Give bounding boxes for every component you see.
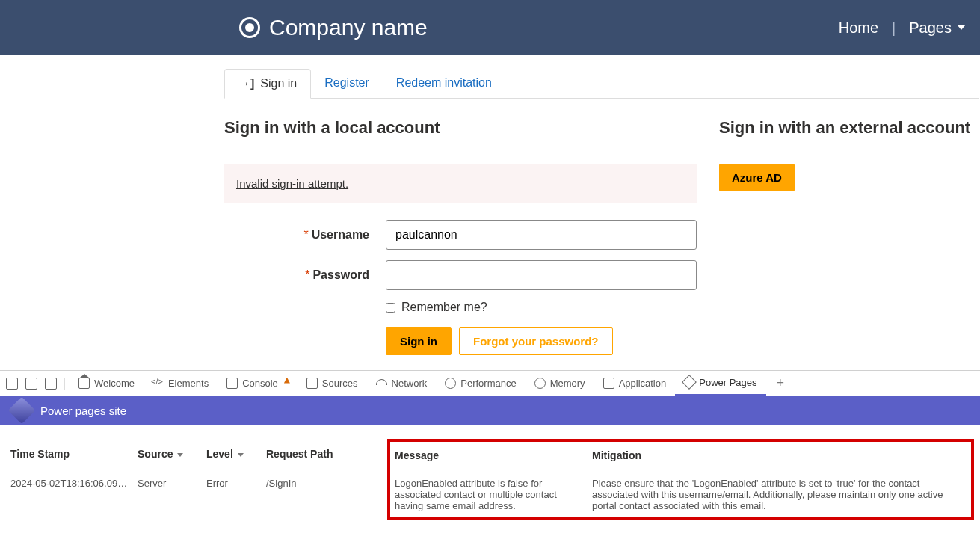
signin-error-alert: Invalid sign-in attempt. — [224, 164, 697, 203]
tab-signin-label: Sign in — [260, 77, 297, 90]
log-cell-mitigation: Please ensure that the 'LogonEnabled' at… — [588, 472, 973, 519]
devtab-welcome[interactable]: Welcome — [70, 371, 144, 396]
external-signin-heading: Sign in with an external account — [719, 118, 979, 138]
memory-icon — [534, 378, 546, 389]
devtab-add[interactable]: + — [771, 375, 791, 391]
auth-tabs: →] Sign in Register Redeem invitation — [224, 69, 979, 99]
devtab-console[interactable]: Console — [218, 371, 298, 396]
sort-caret-icon — [177, 453, 183, 457]
sources-icon — [306, 378, 318, 389]
nav-separator: | — [892, 19, 896, 37]
network-icon — [376, 378, 387, 389]
signin-error-text: Invalid sign-in attempt. — [236, 177, 348, 190]
divider — [719, 150, 979, 150]
devtab-elements[interactable]: Elements — [144, 371, 218, 396]
nav-pages-label: Pages — [909, 19, 952, 37]
forgot-password-button[interactable]: Forgot your password? — [459, 327, 613, 355]
log-cell-timestamp: 2024-05-02T18:16:06.0917... — [6, 472, 133, 519]
log-cell-source: Server — [133, 472, 202, 519]
log-table: Time Stamp Source Level Request Path Mes… — [6, 439, 974, 520]
warn-badge-icon — [284, 378, 290, 384]
log-cell-message: LogonEnabled attribute is false for asso… — [389, 472, 588, 519]
nav-pages[interactable]: Pages — [909, 19, 965, 37]
devtab-performance[interactable]: Performance — [436, 371, 525, 396]
log-col-level[interactable]: Level — [202, 440, 262, 472]
brand-title: Company name — [269, 15, 428, 40]
devtab-powerpages[interactable]: Power Pages — [675, 371, 765, 396]
application-icon — [603, 378, 614, 389]
password-input[interactable] — [386, 260, 697, 290]
remember-checkbox[interactable] — [386, 303, 395, 313]
tab-register[interactable]: Register — [311, 69, 383, 98]
log-col-mitigation[interactable]: Mitigation — [588, 440, 973, 472]
log-col-message[interactable]: Message — [389, 440, 588, 472]
performance-icon — [445, 378, 456, 389]
dock-icon[interactable] — [45, 378, 57, 390]
log-col-source[interactable]: Source — [133, 440, 202, 472]
azure-ad-button[interactable]: Azure AD — [719, 164, 795, 191]
devtab-application[interactable]: Application — [594, 371, 676, 396]
log-panel: Time Stamp Source Level Request Path Mes… — [0, 425, 980, 534]
powerpages-logo-icon — [8, 397, 36, 425]
log-cell-request: /SignIn — [262, 472, 389, 519]
divider — [224, 150, 697, 150]
sort-caret-icon — [238, 453, 244, 457]
top-header: Company name Home | Pages — [0, 0, 980, 55]
username-label: *Username — [224, 228, 386, 241]
devtools-tabbar: Welcome Elements Console Sources Network… — [0, 370, 980, 396]
signin-arrow-icon: →] — [238, 77, 254, 90]
brand: Company name — [239, 15, 428, 40]
home-icon — [78, 378, 90, 389]
log-cell-level: Error — [202, 472, 262, 519]
devtab-memory[interactable]: Memory — [526, 371, 594, 396]
signin-button[interactable]: Sign in — [386, 327, 452, 355]
brand-logo-icon — [239, 17, 260, 38]
console-icon — [226, 378, 238, 389]
local-signin-heading: Sign in with a local account — [224, 118, 697, 138]
inspect-icon[interactable] — [6, 378, 18, 390]
powerpages-banner-title: Power pages site — [40, 404, 126, 417]
log-col-timestamp[interactable]: Time Stamp — [6, 440, 133, 472]
log-col-request[interactable]: Request Path — [262, 440, 389, 472]
powerpages-icon — [682, 375, 697, 390]
caret-down-icon — [958, 25, 965, 30]
header-nav: Home | Pages — [839, 19, 965, 37]
tab-redeem[interactable]: Redeem invitation — [383, 69, 505, 98]
devtab-sources[interactable]: Sources — [298, 371, 367, 396]
elements-icon — [152, 378, 164, 389]
remember-label: Remember me? — [401, 301, 487, 314]
device-icon[interactable] — [25, 378, 37, 390]
devtab-network[interactable]: Network — [367, 371, 437, 396]
powerpages-banner: Power pages site — [0, 396, 980, 425]
password-label: *Password — [224, 268, 386, 282]
nav-home[interactable]: Home — [839, 19, 878, 37]
tab-signin[interactable]: →] Sign in — [224, 69, 311, 99]
log-row[interactable]: 2024-05-02T18:16:06.0917... Server Error… — [6, 472, 973, 519]
username-input[interactable] — [386, 220, 697, 250]
